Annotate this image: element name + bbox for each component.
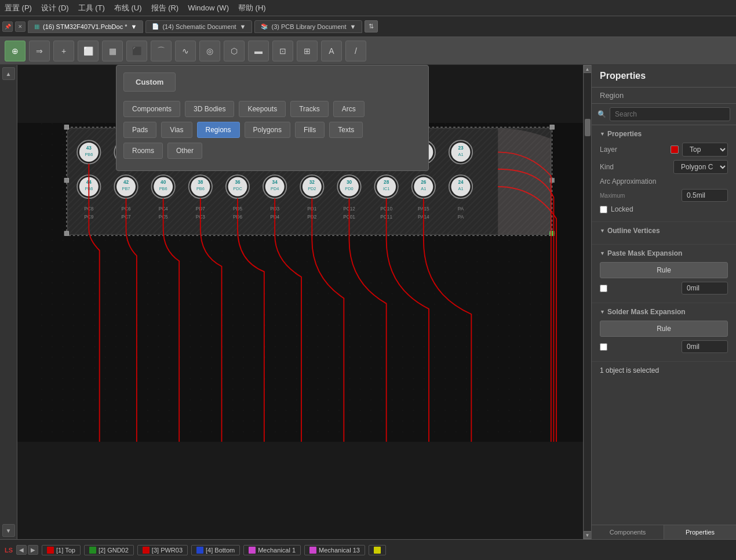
status-layer-bottom[interactable]: [4] Bottom (191, 545, 240, 555)
filter-pads[interactable]: Pads (123, 122, 156, 138)
paste-value-input[interactable] (682, 282, 728, 294)
rect2-icon: ▬ (254, 46, 263, 56)
tab-dropdown-icon[interactable]: ▼ (131, 23, 137, 30)
tab-nav-btn[interactable]: ⇅ (365, 20, 378, 32)
paste-checkbox[interactable] (600, 285, 607, 292)
menu-item-design[interactable]: 设计 (D) (41, 3, 69, 13)
status-layer-pwr[interactable]: [3] PWR03 (137, 545, 188, 555)
custom-button[interactable]: Custom (123, 72, 176, 92)
toolbar-filter-btn[interactable]: ⊕ (5, 41, 25, 61)
arc-approx-row: Arc Approximation (600, 177, 728, 186)
toolbar-rect-btn[interactable]: ⬜ (78, 41, 99, 61)
status-nav-prev[interactable]: ◀ (16, 545, 27, 555)
toolbar-via-btn[interactable]: ⊡ (272, 41, 293, 61)
filter-texts[interactable]: Texts (329, 122, 363, 138)
sidebar-pin-btn[interactable]: 📌 (2, 21, 13, 32)
toolbar-add-btn[interactable]: + (53, 41, 74, 61)
scroll-track[interactable] (584, 73, 591, 531)
status-nav-next[interactable]: ▶ (28, 545, 38, 555)
solder-value-input[interactable] (682, 340, 728, 353)
toolbar-component-btn[interactable]: ⬛ (126, 41, 147, 61)
filter-other[interactable]: Other (167, 143, 202, 159)
tab-schematic-dropdown[interactable]: ▼ (240, 23, 246, 30)
scroll-down-btn[interactable]: ▼ (584, 531, 592, 539)
svg-text:38: 38 (198, 180, 203, 185)
menu-item-help[interactable]: 帮助 (H) (238, 3, 266, 13)
svg-text:A1: A1 (458, 186, 464, 191)
tab-pcbdoc[interactable]: ▦ (16) STM32F407V1.PcbDoc * ▼ (28, 20, 143, 33)
toolbar-select-btn[interactable]: ⇒ (29, 41, 50, 61)
locked-checkbox[interactable] (600, 206, 607, 213)
solder-rule-btn[interactable]: Rule (600, 321, 728, 337)
gnd-layer-label: [2] GND02 (99, 547, 129, 554)
menu-item-route[interactable]: 布线 (U) (114, 3, 142, 13)
filter-components[interactable]: Components (123, 101, 180, 117)
toolbar-rect2-btn[interactable]: ▬ (248, 41, 269, 61)
toolbar-wave-btn[interactable]: ∿ (175, 41, 196, 61)
tab-library-dropdown[interactable]: ▼ (349, 23, 356, 30)
toolbar-arc-btn[interactable]: ⌒ (151, 41, 172, 61)
solder-checkbox[interactable] (600, 343, 607, 351)
scroll-up-btn[interactable]: ▲ (584, 65, 592, 73)
outline-vertices-section: Outline Vertices (592, 222, 736, 245)
filter-icon: ⊕ (12, 46, 19, 56)
toolbar-line-btn[interactable]: / (345, 41, 366, 61)
filter-fills[interactable]: Fills (295, 122, 325, 138)
filter-polygons[interactable]: Polygons (245, 122, 290, 138)
sidebar-close-btn[interactable]: ✕ (15, 21, 25, 32)
add-icon: + (61, 46, 66, 56)
toolbar-chart-btn[interactable]: ▦ (102, 41, 123, 61)
right-panel: Properties Region 🔍 Properties Layer Top… (591, 65, 736, 539)
filter-keepouts[interactable]: Keepouts (239, 101, 286, 117)
tab-schematic[interactable]: 📄 (14) Schematic Document ▼ (145, 20, 252, 33)
toolbar-pad-btn[interactable]: ◎ (199, 41, 220, 61)
filter-tracks[interactable]: Tracks (290, 101, 329, 117)
filter-rooms[interactable]: Rooms (123, 143, 163, 159)
properties-section: Properties Layer Top Bottom GND02 Kind (592, 125, 736, 222)
status-layer-mech1[interactable]: Mechanical 1 (243, 545, 301, 555)
menu-item-tools[interactable]: 工具 (T) (78, 3, 105, 13)
status-layer-mech13[interactable]: Mechanical 13 (304, 545, 365, 555)
arc-approx-sub-label: Maximum (600, 192, 625, 199)
menu-item-place[interactable]: 置置 (P) (5, 3, 32, 13)
toolbar-grid-btn[interactable]: ⊞ (297, 41, 318, 61)
toolbar-text-btn[interactable]: A (321, 41, 342, 61)
kind-dropdown[interactable]: Polygon C (673, 160, 728, 174)
filter-vias[interactable]: Vias (161, 122, 192, 138)
status-layer-yellow[interactable] (369, 545, 386, 555)
svg-text:34: 34 (272, 180, 278, 185)
tab-library[interactable]: 📚 (3) PCB Library Document ▼ (254, 20, 362, 33)
canvas-scrollbar[interactable]: ▲ ▼ (583, 65, 591, 539)
paste-rule-btn[interactable]: Rule (600, 262, 728, 278)
paste-mask-title: Paste Mask Expansion (600, 249, 728, 257)
filter-3dbodies[interactable]: 3D Bodies (185, 101, 234, 117)
arc-approx-input[interactable] (682, 189, 728, 202)
search-icon: 🔍 (597, 110, 606, 118)
sidebar-down-btn[interactable]: ▼ (2, 524, 15, 537)
properties-section-title: Properties (600, 130, 728, 138)
panel-tab-components[interactable]: Components (592, 525, 664, 539)
svg-text:28: 28 (384, 180, 389, 185)
svg-text:A1: A1 (458, 152, 464, 157)
arc-approx-label: Arc Approximation (600, 177, 656, 186)
filter-dropdown: Custom Components 3D Bodies Keepouts Tra… (116, 65, 429, 171)
sidebar-up-btn[interactable]: ▲ (2, 67, 15, 80)
toolbar-poly-btn[interactable]: ⬡ (224, 41, 245, 61)
layer-row: Layer Top Bottom GND02 (600, 143, 728, 157)
panel-tab-properties[interactable]: Properties (664, 525, 736, 539)
canvas-area[interactable]: Custom Components 3D Bodies Keepouts Tra… (17, 65, 591, 539)
filter-regions[interactable]: Regions (197, 122, 240, 138)
tab-pcbdoc-icon: ▦ (34, 23, 39, 30)
status-layer-top[interactable]: [1] Top (42, 545, 81, 555)
filter-arcs[interactable]: Arcs (333, 101, 365, 117)
search-input[interactable] (610, 107, 730, 121)
menu-item-report[interactable]: 报告 (R) (151, 3, 179, 13)
panel-tab-bar: Components Properties (592, 525, 736, 539)
gnd-layer-color (89, 547, 96, 554)
layer-dropdown[interactable]: Top Bottom GND02 (682, 143, 728, 157)
mech13-layer-color (309, 547, 316, 554)
menu-item-window[interactable]: Window (W) (188, 3, 229, 12)
scroll-thumb[interactable] (585, 119, 591, 136)
properties-scroll[interactable]: Properties Layer Top Bottom GND02 Kind (592, 125, 736, 525)
status-layer-gnd[interactable]: [2] GND02 (84, 545, 134, 555)
